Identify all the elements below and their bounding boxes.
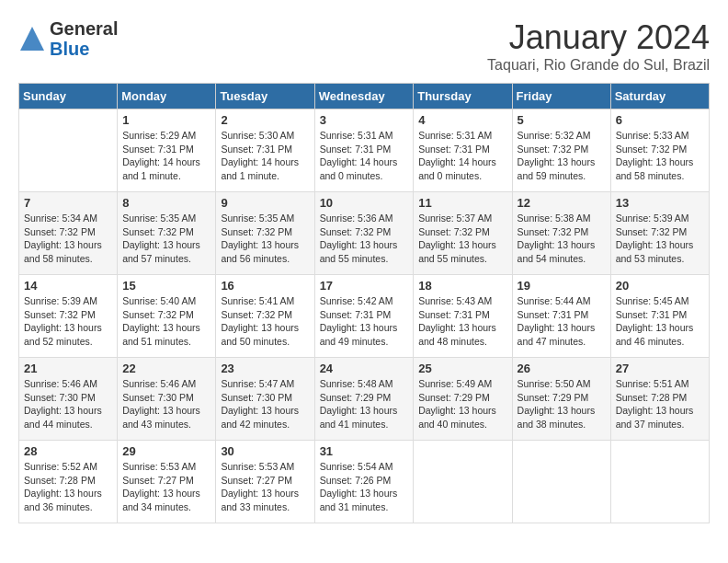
day-cell: 22Sunrise: 5:46 AMSunset: 7:30 PMDayligh… (118, 358, 216, 441)
day-info: Sunrise: 5:37 AMSunset: 7:32 PMDaylight:… (418, 212, 506, 266)
day-info: Sunrise: 5:42 AMSunset: 7:31 PMDaylight:… (320, 294, 409, 349)
day-cell: 16Sunrise: 5:41 AMSunset: 7:32 PMDayligh… (216, 275, 314, 358)
day-info: Sunrise: 5:41 AMSunset: 7:32 PMDaylight:… (221, 294, 309, 349)
day-info: Sunrise: 5:32 AMSunset: 7:32 PMDaylight:… (518, 129, 606, 183)
day-cell: 18Sunrise: 5:43 AMSunset: 7:31 PMDayligh… (414, 275, 512, 358)
day-number: 9 (221, 196, 309, 210)
day-cell: 30Sunrise: 5:53 AMSunset: 7:27 PMDayligh… (216, 441, 314, 523)
day-cell: 27Sunrise: 5:51 AMSunset: 7:28 PMDayligh… (610, 358, 709, 441)
day-cell (610, 441, 709, 523)
week-row-5: 28Sunrise: 5:52 AMSunset: 7:28 PMDayligh… (19, 441, 710, 523)
day-number: 23 (221, 362, 309, 375)
day-number: 29 (122, 444, 210, 458)
day-info: Sunrise: 5:53 AMSunset: 7:27 PMDaylight:… (221, 460, 309, 514)
day-cell: 21Sunrise: 5:46 AMSunset: 7:30 PMDayligh… (19, 358, 118, 441)
day-number: 5 (518, 113, 606, 127)
calendar-table: SundayMondayTuesdayWednesdayThursdayFrid… (18, 83, 710, 523)
day-info: Sunrise: 5:31 AMSunset: 7:31 PMDaylight:… (320, 129, 409, 183)
day-number: 10 (320, 196, 409, 210)
day-info: Sunrise: 5:40 AMSunset: 7:32 PMDaylight:… (122, 294, 210, 349)
day-cell: 17Sunrise: 5:42 AMSunset: 7:31 PMDayligh… (314, 275, 414, 358)
page-header: General Blue January 2024 Taquari, Rio G… (18, 18, 710, 74)
day-info: Sunrise: 5:38 AMSunset: 7:32 PMDaylight:… (518, 212, 606, 266)
day-info: Sunrise: 5:36 AMSunset: 7:32 PMDaylight:… (320, 212, 409, 266)
day-info: Sunrise: 5:49 AMSunset: 7:29 PMDaylight:… (418, 377, 506, 431)
week-row-3: 14Sunrise: 5:39 AMSunset: 7:32 PMDayligh… (19, 275, 710, 358)
day-cell: 29Sunrise: 5:53 AMSunset: 7:27 PMDayligh… (118, 441, 216, 523)
day-info: Sunrise: 5:34 AMSunset: 7:32 PMDaylight:… (24, 212, 112, 266)
day-number: 18 (418, 279, 506, 293)
header-row: SundayMondayTuesdayWednesdayThursdayFrid… (19, 84, 710, 109)
calendar-header: SundayMondayTuesdayWednesdayThursdayFrid… (19, 84, 710, 109)
day-cell: 9Sunrise: 5:35 AMSunset: 7:32 PMDaylight… (216, 192, 314, 275)
day-cell: 24Sunrise: 5:48 AMSunset: 7:29 PMDayligh… (314, 358, 414, 441)
day-cell: 4Sunrise: 5:31 AMSunset: 7:31 PMDaylight… (414, 109, 512, 192)
header-cell-monday: Monday (118, 84, 216, 109)
day-cell: 28Sunrise: 5:52 AMSunset: 7:28 PMDayligh… (19, 441, 118, 523)
calendar-body: 1Sunrise: 5:29 AMSunset: 7:31 PMDaylight… (19, 109, 710, 523)
day-cell: 8Sunrise: 5:35 AMSunset: 7:32 PMDaylight… (118, 192, 216, 275)
day-number: 14 (24, 279, 112, 293)
day-cell: 14Sunrise: 5:39 AMSunset: 7:32 PMDayligh… (19, 275, 118, 358)
week-row-1: 1Sunrise: 5:29 AMSunset: 7:31 PMDaylight… (19, 109, 710, 192)
day-info: Sunrise: 5:48 AMSunset: 7:29 PMDaylight:… (320, 377, 409, 431)
day-number: 20 (616, 279, 704, 293)
day-cell: 31Sunrise: 5:54 AMSunset: 7:26 PMDayligh… (314, 441, 414, 523)
day-info: Sunrise: 5:33 AMSunset: 7:32 PMDaylight:… (616, 129, 704, 183)
day-info: Sunrise: 5:29 AMSunset: 7:31 PMDaylight:… (122, 129, 210, 183)
logo: General Blue (18, 18, 118, 59)
day-info: Sunrise: 5:39 AMSunset: 7:32 PMDaylight:… (24, 294, 112, 349)
month-title: January 2024 (487, 18, 710, 57)
day-info: Sunrise: 5:45 AMSunset: 7:31 PMDaylight:… (616, 294, 704, 349)
day-number: 31 (320, 444, 409, 458)
day-cell: 25Sunrise: 5:49 AMSunset: 7:29 PMDayligh… (414, 358, 512, 441)
day-number: 15 (122, 279, 210, 293)
day-number: 16 (221, 279, 309, 293)
day-info: Sunrise: 5:44 AMSunset: 7:31 PMDaylight:… (518, 294, 606, 349)
day-info: Sunrise: 5:30 AMSunset: 7:31 PMDaylight:… (221, 129, 309, 183)
day-number: 19 (518, 279, 606, 293)
day-info: Sunrise: 5:54 AMSunset: 7:26 PMDaylight:… (320, 460, 409, 514)
day-cell (414, 441, 512, 523)
day-number: 7 (24, 196, 112, 210)
day-cell: 26Sunrise: 5:50 AMSunset: 7:29 PMDayligh… (512, 358, 610, 441)
day-number: 12 (518, 196, 606, 210)
day-cell: 3Sunrise: 5:31 AMSunset: 7:31 PMDaylight… (314, 109, 414, 192)
day-info: Sunrise: 5:35 AMSunset: 7:32 PMDaylight:… (122, 212, 210, 266)
day-cell: 11Sunrise: 5:37 AMSunset: 7:32 PMDayligh… (414, 192, 512, 275)
day-info: Sunrise: 5:31 AMSunset: 7:31 PMDaylight:… (418, 129, 506, 183)
day-number: 30 (221, 444, 309, 458)
day-cell: 6Sunrise: 5:33 AMSunset: 7:32 PMDaylight… (610, 109, 709, 192)
day-cell (512, 441, 610, 523)
logo-blue-text: Blue (50, 39, 118, 59)
day-number: 13 (616, 196, 704, 210)
day-number: 6 (616, 113, 704, 127)
day-number: 22 (122, 362, 210, 375)
day-cell: 10Sunrise: 5:36 AMSunset: 7:32 PMDayligh… (314, 192, 414, 275)
day-info: Sunrise: 5:51 AMSunset: 7:28 PMDaylight:… (616, 377, 704, 431)
logo-general-text: General (50, 18, 118, 39)
day-cell: 13Sunrise: 5:39 AMSunset: 7:32 PMDayligh… (610, 192, 709, 275)
day-cell: 1Sunrise: 5:29 AMSunset: 7:31 PMDaylight… (118, 109, 216, 192)
header-cell-wednesday: Wednesday (314, 84, 414, 109)
day-info: Sunrise: 5:52 AMSunset: 7:28 PMDaylight:… (24, 460, 112, 514)
day-info: Sunrise: 5:50 AMSunset: 7:29 PMDaylight:… (518, 377, 606, 431)
day-number: 24 (320, 362, 409, 375)
day-number: 4 (418, 113, 506, 127)
day-cell: 20Sunrise: 5:45 AMSunset: 7:31 PMDayligh… (610, 275, 709, 358)
day-number: 3 (320, 113, 409, 127)
header-cell-friday: Friday (512, 84, 610, 109)
day-cell: 15Sunrise: 5:40 AMSunset: 7:32 PMDayligh… (118, 275, 216, 358)
title-block: January 2024 Taquari, Rio Grande do Sul,… (487, 18, 710, 74)
day-number: 25 (418, 362, 506, 375)
day-number: 26 (518, 362, 606, 375)
day-number: 2 (221, 113, 309, 127)
day-number: 8 (122, 196, 210, 210)
day-number: 17 (320, 279, 409, 293)
day-info: Sunrise: 5:46 AMSunset: 7:30 PMDaylight:… (122, 377, 210, 431)
day-cell: 19Sunrise: 5:44 AMSunset: 7:31 PMDayligh… (512, 275, 610, 358)
logo-text: General Blue (50, 18, 118, 59)
day-number: 27 (616, 362, 704, 375)
day-number: 21 (24, 362, 112, 375)
day-info: Sunrise: 5:53 AMSunset: 7:27 PMDaylight:… (122, 460, 210, 514)
